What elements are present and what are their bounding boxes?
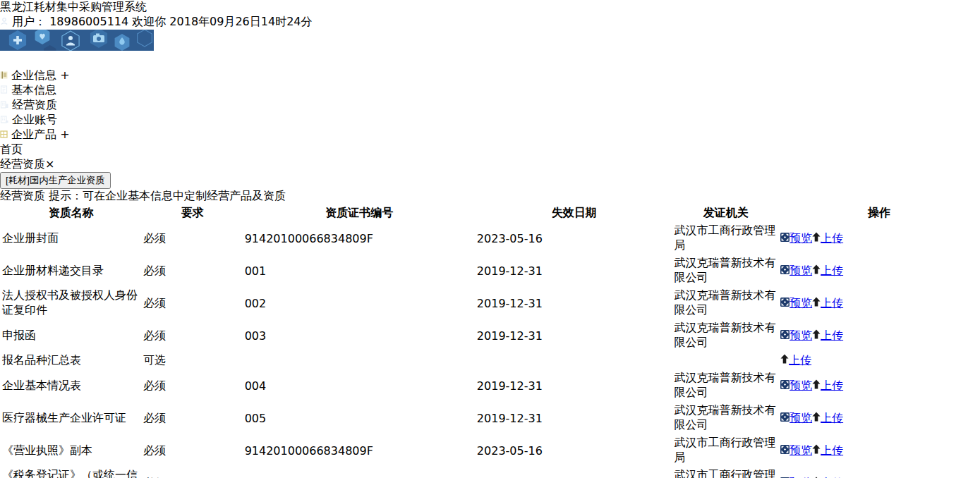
sidebar-group-label: 企业信息 — [11, 68, 56, 82]
column-header-issuer: 发证机关 — [674, 205, 779, 221]
cell-issuer: 武汉克瑞普新技术有限公司 — [674, 403, 779, 434]
preview-label: 预览 — [790, 296, 812, 310]
expand-plus-icon[interactable]: + — [60, 68, 69, 82]
sidebar-group-label: 企业产品 — [11, 128, 56, 141]
datetime-text: 2018年09月26日14时24分 — [169, 15, 312, 28]
cell-issuer: 武汉市工商行政管理局 — [674, 467, 779, 478]
preview-link[interactable]: 预览 — [780, 443, 812, 457]
expand-plus-icon[interactable]: + — [60, 128, 69, 141]
preview-label: 预览 — [790, 476, 812, 478]
upload-icon — [812, 297, 821, 307]
sidebar-item-basic-info[interactable]: 基本信息 — [0, 83, 980, 98]
preview-icon — [780, 233, 790, 242]
upload-link[interactable]: 上传 — [812, 296, 843, 310]
upload-label: 上传 — [821, 443, 843, 457]
table-row: 企业册材料递交目录必须0012019-12-31武汉克瑞普新技术有限公司预览上传 — [1, 255, 979, 286]
cell-name: 医疗器械生产企业许可证 — [1, 403, 141, 434]
cell-requirement: 必须 — [143, 223, 243, 254]
welcome-text: 欢迎你 — [132, 15, 166, 28]
upload-icon — [812, 264, 821, 274]
tab-business-qualification[interactable]: 经营资质× — [0, 157, 980, 172]
cell-issuer: 武汉克瑞普新技术有限公司 — [674, 255, 779, 286]
preview-link[interactable]: 预览 — [780, 411, 812, 424]
close-tab-icon[interactable]: × — [45, 157, 54, 171]
column-header-operations: 操作 — [780, 205, 979, 221]
tab-label: 经营资质 — [0, 157, 45, 171]
upload-label: 上传 — [821, 329, 843, 342]
cell-operations: 预览上传 — [780, 320, 979, 351]
cell-issuer: 武汉克瑞普新技术有限公司 — [674, 288, 779, 319]
preview-label: 预览 — [790, 329, 812, 342]
category-button[interactable]: [耗材]国内生产企业资质 — [0, 172, 111, 189]
sidebar-group-company-products[interactable]: 企业产品 + — [0, 128, 980, 142]
cell-name: 企业册封面 — [1, 223, 141, 254]
cell-requirement: 必须 — [143, 467, 243, 478]
preview-link[interactable]: 预览 — [780, 264, 812, 277]
preview-link[interactable]: 预览 — [780, 379, 812, 392]
column-header-requirement: 要求 — [143, 205, 243, 221]
cell-operations: 预览上传 — [780, 255, 979, 286]
section-hint: 提示：可在企业基本信息中定制经营产品及资质 — [49, 189, 286, 202]
upload-label: 上传 — [821, 264, 843, 277]
preview-link[interactable]: 预览 — [780, 296, 812, 310]
qualification-panel: 经营资质 提示：可在企业基本信息中定制经营产品及资质 资质名称 — [0, 189, 980, 478]
cell-expiry-date: 2019-12-31 — [476, 288, 672, 319]
upload-link[interactable]: 上传 — [812, 476, 843, 478]
app-title: 黑龙江耗材集中采购管理系统 — [0, 0, 980, 15]
tab-home[interactable]: 首页 — [0, 142, 980, 157]
cell-expiry-date — [476, 353, 672, 369]
table-row: 《营业执照》副本必须91420100066834809F2023-05-16武汉… — [1, 435, 979, 466]
sidebar-item-business-qualification[interactable]: 经营资质 — [0, 98, 980, 113]
upload-label: 上传 — [821, 411, 843, 424]
cell-expiry-date: 2019-12-31 — [476, 320, 672, 351]
preview-icon — [780, 330, 790, 339]
upload-icon — [812, 412, 821, 422]
cell-name: 企业册材料递交目录 — [1, 255, 141, 286]
cell-name: 《税务登记证》（或统一信用社会代码）副本 — [1, 467, 141, 478]
user-menu-icon[interactable] — [16, 55, 28, 68]
sidebar-group-company-info[interactable]: 企业信息 + — [0, 68, 980, 83]
panel-header: 经营资质 提示：可在企业基本信息中定制经营产品及资质 — [0, 189, 980, 204]
upload-link[interactable]: 上传 — [812, 443, 843, 457]
section-title: 经营资质 — [0, 189, 45, 202]
cell-operations: 上传 — [780, 353, 979, 369]
cell-cert-number: 91420100066834809F — [244, 435, 475, 466]
cell-cert-number: 005 — [244, 403, 475, 434]
upload-link[interactable]: 上传 — [812, 411, 843, 424]
tab-bar: 首页 经营资质× — [0, 142, 980, 172]
upload-icon — [812, 232, 821, 242]
preview-link[interactable]: 预览 — [780, 329, 812, 342]
preview-link[interactable]: 预览 — [780, 231, 812, 245]
cell-name: 报名品种汇总表 — [1, 353, 141, 369]
cell-name: 申报函 — [1, 320, 141, 351]
info-icon[interactable] — [0, 55, 16, 68]
category-panel: [耗材]国内生产企业资质 — [0, 172, 980, 189]
cell-issuer: 武汉克瑞普新技术有限公司 — [674, 370, 779, 401]
cell-requirement: 必须 — [143, 288, 243, 319]
preview-link[interactable]: 预览 — [780, 476, 812, 478]
upload-link[interactable]: 上传 — [812, 379, 843, 392]
cell-issuer: 武汉市工商行政管理局 — [674, 435, 779, 466]
cell-requirement: 必须 — [143, 370, 243, 401]
grid-icon — [0, 128, 11, 141]
upload-link[interactable]: 上传 — [812, 329, 843, 342]
preview-label: 预览 — [790, 411, 812, 424]
preview-label: 预览 — [790, 231, 812, 245]
upload-icon — [812, 379, 821, 389]
cell-operations: 预览上传 — [780, 403, 979, 434]
preview-label: 预览 — [790, 264, 812, 277]
sidebar-item-company-account[interactable]: 企业账号 — [0, 113, 980, 128]
upload-link[interactable]: 上传 — [812, 231, 843, 245]
user-label: 用户： — [12, 15, 46, 28]
table-row: 医疗器械生产企业许可证必须0052019-12-31武汉克瑞普新技术有限公司预览… — [1, 403, 979, 434]
wood-frame: 黑龙江耗材集中采购管理系统 用户： 18986005114 欢迎你 2018年0… — [0, 0, 980, 478]
cell-cert-number: 004 — [244, 370, 475, 401]
cell-requirement: 必须 — [143, 320, 243, 351]
cell-expiry-date: 2019-12-31 — [476, 370, 672, 401]
upload-link[interactable]: 上传 — [812, 264, 843, 277]
upload-link[interactable]: 上传 — [780, 353, 811, 367]
cell-name: 《营业执照》副本 — [1, 435, 141, 466]
cell-cert-number: 002 — [244, 288, 475, 319]
cell-expiry-date: 2023-05-16 — [476, 467, 672, 478]
sidebar-item-label: 经营资质 — [12, 98, 57, 111]
